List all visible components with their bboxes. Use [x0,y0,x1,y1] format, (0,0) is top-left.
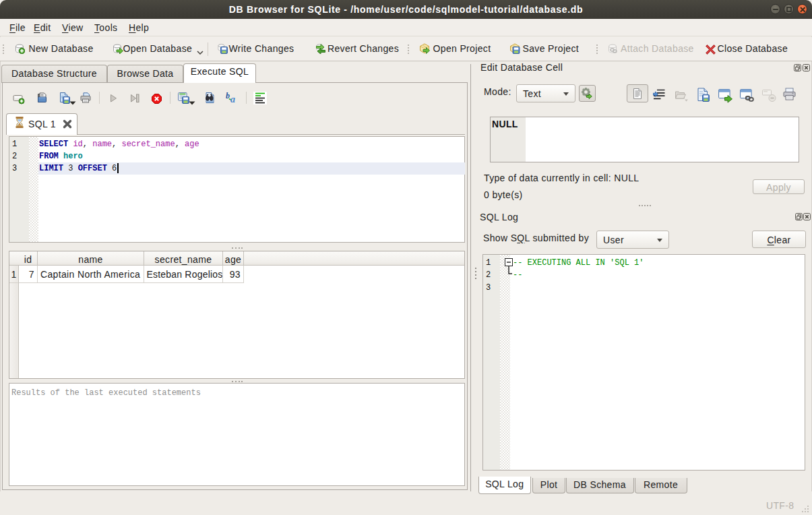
svg-text:a: a [230,94,235,104]
